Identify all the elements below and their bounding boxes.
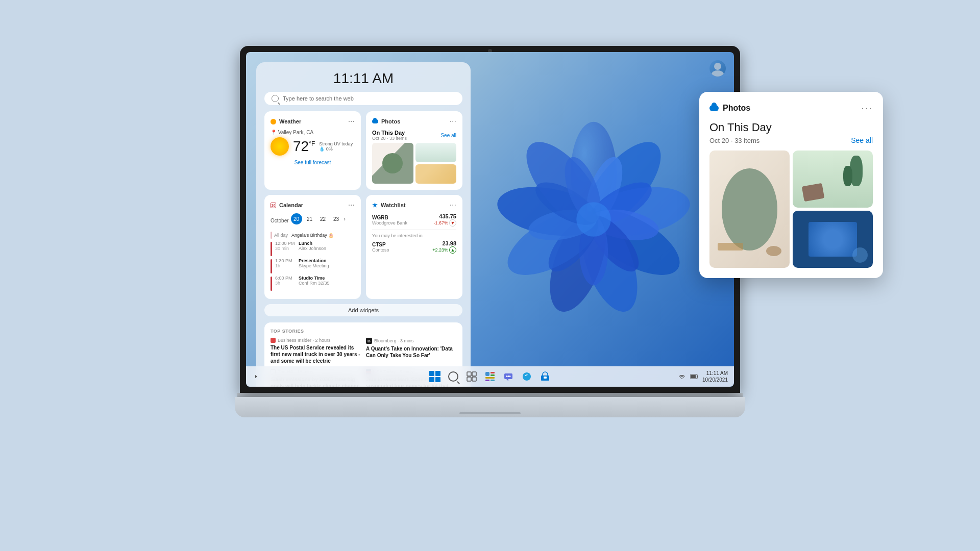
news-section-label: TOP STORIES [271, 329, 456, 334]
event-2-time: 1:30 PM1h [275, 258, 296, 268]
taskbar-widgets-button[interactable] [483, 369, 497, 384]
weather-forecast-link[interactable]: See full forecast [271, 160, 355, 165]
taskbar-search-button[interactable] [446, 369, 460, 384]
svg-point-19 [714, 63, 721, 70]
photos-popup: Photos ··· On This Day Oct 20 · 33 items… [699, 92, 883, 278]
news-item-2[interactable]: B Bloomberg · 3 mins A Quant's Take on I… [366, 338, 456, 364]
stock-2-name-block: CTSP Contoso [372, 242, 389, 253]
taskbar-system-tray-chevron[interactable] [252, 372, 260, 381]
calendar-widget-icon: 20 [271, 203, 276, 208]
svg-rect-22 [467, 372, 471, 376]
taskbar-time-display: 11:11 AM [702, 370, 728, 377]
user-avatar[interactable] [709, 60, 726, 77]
weather-more-button[interactable]: ··· [348, 117, 355, 126]
watchlist-header: Watchlist ··· [372, 201, 456, 209]
photos-popup-more-button[interactable]: ··· [861, 102, 873, 114]
svg-rect-26 [485, 372, 489, 376]
start-button[interactable] [428, 369, 442, 384]
photos-date: Oct 20 · 33 items [372, 136, 407, 141]
news-source-icon-1 [271, 338, 276, 343]
search-bar[interactable]: Type here to search the web [264, 92, 462, 105]
weather-widget: Weather ··· 📍 Valley Park, CA 72°F [264, 111, 361, 190]
allday-event-name: Angela's Birthday 🎂 [291, 233, 334, 238]
weather-title: Weather [279, 118, 301, 124]
photos-popup-cloud-icon [709, 105, 719, 111]
calendar-month: October [271, 218, 289, 223]
photos-popup-title-row: Photos [709, 104, 750, 113]
event-3-time: 6:00 PM3h [275, 276, 296, 286]
event-3-loc: Conf Rm 32/35 [299, 281, 330, 286]
stock-1-indicator: ▼ [449, 219, 456, 227]
taskbar-edge-button[interactable] [520, 369, 534, 384]
svg-marker-21 [255, 375, 257, 378]
cal-date-22[interactable]: 22 [317, 213, 329, 224]
calendar-more-button[interactable]: ··· [348, 201, 355, 209]
panel-time: 11:11 AM [264, 70, 462, 87]
photos-see-all-link[interactable]: See all [440, 133, 456, 138]
photos-popup-title: Photos [723, 104, 750, 113]
weather-title-row: Weather [271, 118, 301, 124]
weather-sun-icon [271, 137, 289, 156]
event-1-detail: 12:00 PM30 min [275, 241, 296, 251]
event-1-loc: Alex Johnson [299, 246, 326, 251]
desktop-screen: 11:11 AM Type here to search the web Wea… [246, 52, 734, 387]
calendar-event-studio: 6:00 PM3h Studio Time Conf Rm 32/35 [271, 276, 355, 291]
news-source-1: Business Insider · 2 hours [271, 338, 361, 343]
stock-1-name: Woodgrove Bank [372, 220, 407, 226]
calendar-title-row: 20 Calendar [271, 202, 303, 208]
weather-precip: 💧 0% [319, 146, 353, 152]
photos-popup-photo-1[interactable] [709, 151, 790, 268]
photo-thumb-3[interactable] [415, 164, 457, 184]
photos-more-button[interactable]: ··· [450, 117, 456, 126]
cal-date-21[interactable]: 21 [304, 213, 315, 224]
svg-rect-31 [491, 380, 495, 381]
photos-title: Photos [381, 118, 400, 124]
taskbar-store-button[interactable] [538, 369, 552, 384]
news-item-1[interactable]: Business Insider · 2 hours The US Postal… [271, 338, 361, 364]
photos-header: Photos ··· [372, 117, 456, 126]
news-source-icon-2: B [366, 338, 372, 344]
photos-popup-on-this-day: On This Day [709, 121, 873, 134]
weather-detail: Strong UV today 💧 0% [319, 141, 353, 152]
svg-rect-28 [491, 374, 495, 376]
photo-thumb-2[interactable] [415, 143, 457, 162]
cal-date-23[interactable]: 23 [331, 213, 342, 224]
event-bar-3 [271, 277, 272, 291]
calendar-header: 20 Calendar ··· [271, 201, 355, 209]
cal-date-today[interactable]: 20 [291, 213, 302, 224]
svg-point-36 [509, 375, 511, 377]
photos-cloud-icon [372, 119, 378, 123]
stock-1-ticker: WGRB [372, 215, 407, 220]
interested-label: You may be interested in [372, 233, 456, 238]
photo-thumb-1[interactable] [372, 143, 413, 184]
taskbar-task-view-button[interactable] [464, 369, 479, 384]
svg-rect-41 [697, 375, 698, 378]
watchlist-more-button[interactable]: ··· [450, 201, 456, 209]
svg-rect-23 [472, 372, 476, 376]
stock-1-price: 435.75 [433, 213, 456, 219]
wifi-icon [678, 372, 686, 381]
photos-subtitle-block: On This Day Oct 20 · 33 items [372, 130, 407, 141]
wallpaper-bloom [479, 105, 708, 334]
event-1-info: Lunch Alex Johnson [299, 241, 326, 251]
add-widgets-button[interactable]: Add widgets [264, 304, 462, 316]
event-2-detail: 1:30 PM1h [275, 258, 296, 268]
calendar-event-presentation: 1:30 PM1h Presentation Skype Meeting [271, 258, 355, 273]
photos-subtitle-row: On This Day Oct 20 · 33 items See all [372, 130, 456, 141]
stock-2-name: Contoso [372, 247, 389, 253]
calendar-widget: 20 Calendar ··· October 20 21 22 23 [264, 195, 361, 299]
photos-popup-photo-3[interactable] [793, 211, 873, 268]
photos-popup-see-all[interactable]: See all [851, 136, 873, 144]
cal-date-more: › [344, 213, 346, 224]
svg-rect-38 [544, 377, 547, 379]
stock-row-wgrb: WGRB Woodgrove Bank 435.75 -1.67% ▼ [372, 213, 456, 227]
svg-marker-33 [506, 379, 508, 381]
stock-2-indicator: ▲ [449, 246, 456, 254]
event-2-loc: Skype Meeting [299, 263, 329, 268]
event-3-info: Studio Time Conf Rm 32/35 [299, 276, 330, 286]
taskbar-chat-button[interactable] [501, 369, 516, 384]
photos-widget: Photos ··· On This Day Oct 20 · 33 items… [366, 111, 462, 190]
svg-point-35 [508, 375, 509, 377]
photos-popup-photo-2[interactable] [793, 151, 873, 208]
weather-header: Weather ··· [271, 117, 355, 126]
